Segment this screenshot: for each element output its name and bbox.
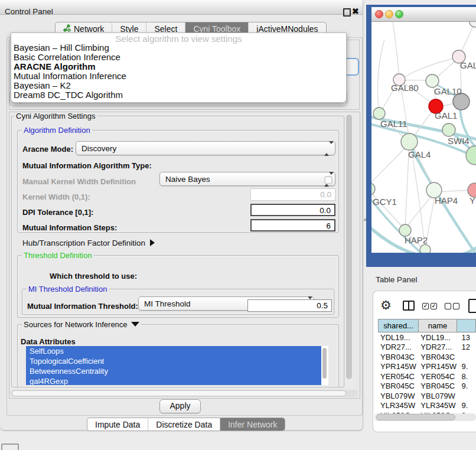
aracne-mode-label: Aracne Mode: [22, 145, 73, 154]
table-row[interactable]: YLR345WYLR345W9. [378, 401, 476, 411]
screen: Control Panel ✖ Network Style Select Cyn… [0, 0, 476, 450]
table-row[interactable]: YBL079WYBL079W [378, 391, 476, 401]
settings-vertical-scrollbar[interactable] [345, 113, 353, 396]
algorithm-definition-title: Algorithm Definition [22, 126, 92, 134]
table-row[interactable]: YBR045CYBR045C9. [378, 381, 476, 392]
column-header-cut[interactable] [457, 319, 475, 332]
table-horizontal-scrollbar[interactable] [374, 413, 476, 421]
node[interactable] [470, 22, 476, 27]
sources-title[interactable]: Sources for Network Inference [22, 321, 141, 328]
node-label: Y [470, 195, 475, 206]
tab-infer-network[interactable]: Infer Network [220, 418, 285, 431]
node-gal11[interactable] [373, 107, 385, 119]
table-row[interactable]: YPR145WYPR145W9. [378, 362, 476, 372]
dropdown-item-aracne[interactable]: ARACNE Algorithm [11, 62, 346, 71]
node-table: shared... name YDL19...YDL19...13 YDR27.… [378, 319, 476, 414]
kernel-width-field[interactable]: 0.0 [250, 188, 335, 201]
table-panel-title: Table Panel [376, 275, 418, 284]
node-green-right[interactable] [466, 146, 476, 165]
table-row[interactable]: YDL19...YDL19...13 [378, 332, 476, 343]
attribute-item-selected[interactable]: SelfLoops [26, 346, 321, 356]
close-traffic-light-icon[interactable] [375, 10, 383, 18]
data-attributes-label: Data Attributes [21, 337, 76, 346]
document-icon[interactable] [468, 299, 476, 313]
node-label: GAL [460, 60, 476, 70]
node-label: HAP2 [405, 235, 428, 245]
column-header-name[interactable]: name [419, 319, 457, 332]
dropdown-item[interactable]: Bayesian – K2 [11, 81, 346, 90]
node-label: GAL1 [435, 110, 457, 120]
node-label: GAL80 [391, 83, 419, 93]
mi-threshold-field[interactable]: 0.5 [247, 299, 332, 312]
network-window-titlebar [371, 7, 476, 22]
combo-spinner-icon [324, 144, 330, 153]
dropdown-item[interactable]: Basic Correlation Inference [11, 53, 346, 62]
cyni-bottom-tabs: Impute Data Discretize Data Infer Networ… [87, 418, 285, 431]
dpi-tolerance-label: DPI Tolerance [0,1]: [22, 208, 93, 217]
manual-kernel-label: Manual Kernel Width Definition [22, 177, 136, 186]
node-gal10[interactable] [426, 74, 439, 87]
aracne-mode-combo[interactable]: Discovery [76, 141, 335, 155]
kernel-width-label: Kernel Width (0,1): [22, 193, 90, 201]
manual-kernel-checkbox[interactable] [324, 176, 332, 184]
zoom-traffic-light-icon[interactable] [395, 10, 403, 18]
dropdown-item[interactable]: Mutual Information Inference [11, 71, 346, 81]
algorithm-dropdown-list: Select algorithm to view settings Bayesi… [11, 32, 347, 103]
column-header-shared-name[interactable]: shared... [379, 319, 419, 332]
node-hap2[interactable] [399, 224, 411, 236]
attribute-item-selected[interactable]: BetweennessCentrality [26, 366, 321, 376]
table-row[interactable]: YBR043CYBR043C [378, 352, 476, 362]
node-bottom[interactable] [420, 244, 431, 253]
control-panel-titlebar [0, 0, 363, 15]
node-label: SWI4 [448, 136, 470, 146]
table-row[interactable]: YER054CYER054C8. [378, 371, 476, 381]
minimize-traffic-light-icon[interactable] [385, 10, 393, 18]
mi-type-label: Mutual Information Algorithm Type: [22, 161, 152, 170]
mi-threshold-label: Mutual Information Threshold: [27, 302, 138, 311]
threshold-definition-title: Threshold Definition [22, 252, 94, 259]
expand-right-icon [150, 239, 155, 246]
attribute-item-selected[interactable]: gal4RGexp [26, 376, 321, 385]
attribute-item-selected[interactable]: TopologicalCoefficient [26, 356, 321, 366]
mi-threshold-definition-title: MI Threshold Definition [27, 285, 109, 293]
data-attributes-list: SelfLoops TopologicalCoefficient Between… [26, 346, 328, 385]
unchecked-boxes-icon[interactable] [445, 303, 459, 309]
cyni-algorithm-settings-title: Cyni Algorithm Settings [14, 112, 97, 120]
apply-button[interactable]: Apply [159, 399, 201, 413]
table-body-viewport: YDL19...YDL19...13 YDR27...YDR27...12 YB… [378, 332, 476, 414]
table-row[interactable]: YDR27...YDR27...12 [378, 343, 476, 353]
attributes-scrollbar[interactable] [322, 348, 327, 382]
network-node-labels: GAL GAL80 GAL10 GAL1 GAL11 SWI4 GAL4 GCY… [373, 60, 476, 245]
network-canvas[interactable]: GAL GAL80 GAL10 GAL1 GAL11 SWI4 GAL4 GCY… [371, 22, 476, 253]
dropdown-placeholder: Select algorithm to view settings [11, 34, 346, 43]
tab-discretize-data[interactable]: Discretize Data [148, 418, 220, 431]
mi-steps-field[interactable]: 6 [250, 219, 335, 231]
mi-steps-label: Mutual Information Steps: [22, 223, 117, 232]
gear-icon[interactable]: ⚙ [380, 298, 392, 312]
node-label: HAP4 [435, 195, 458, 206]
which-threshold-label: Which threshold to use: [50, 272, 137, 281]
node-label: GAL11 [380, 119, 407, 129]
node-label: GAL4 [408, 149, 431, 159]
table-header-row: shared... name [379, 319, 476, 332]
node-gcy1[interactable] [371, 182, 375, 195]
split-columns-icon[interactable] [403, 301, 415, 311]
dpi-tolerance-field[interactable]: 0.0 [250, 204, 335, 216]
node-swi4[interactable] [442, 123, 455, 136]
node-gal4[interactable] [401, 133, 418, 150]
close-icon[interactable]: ✖ [352, 6, 359, 16]
mi-type-combo[interactable]: Naive Bayes [159, 172, 335, 186]
tab-impute-data[interactable]: Impute Data [87, 418, 148, 431]
bottom-left-button-fragment[interactable] [1, 444, 19, 450]
node-label: GCY1 [373, 197, 397, 207]
hub-section-toggle[interactable]: Hub/Transcription Factor Definition [22, 239, 155, 247]
dropdown-item[interactable]: Bayesian – Hill Climbing [11, 43, 346, 53]
settings-horizontal-scrollbar[interactable] [10, 390, 358, 397]
node-label: GAL10 [434, 86, 462, 96]
dropdown-item[interactable]: Dream8 DC_TDC Algorithm [11, 90, 346, 100]
collapse-down-icon [131, 322, 139, 327]
float-icon[interactable] [343, 8, 351, 17]
checked-boxes-icon[interactable]: ✓✓ [422, 303, 437, 309]
control-panel-title: Control Panel [5, 7, 53, 16]
